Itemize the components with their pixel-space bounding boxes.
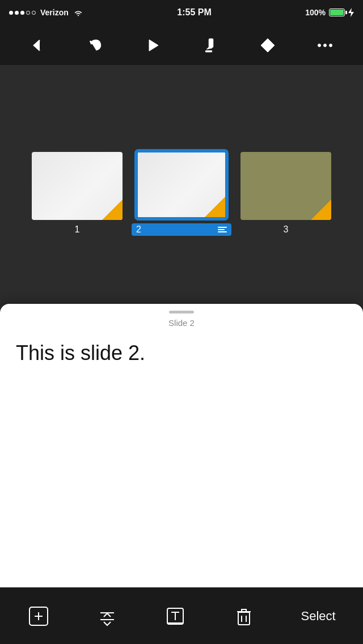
battery-percent: 100% — [305, 8, 326, 17]
svg-rect-4 — [205, 50, 212, 52]
sheet-title: Slide 2 — [0, 318, 363, 328]
svg-point-6 — [318, 44, 321, 46]
slide-number-3: 3 — [284, 224, 289, 235]
play-button[interactable] — [137, 32, 168, 58]
status-right: 100% — [305, 8, 354, 17]
sheet-content: This is slide 2. — [0, 328, 363, 379]
more-button[interactable] — [310, 32, 340, 58]
slide-image-3 — [240, 152, 331, 220]
delete-button[interactable] — [226, 600, 262, 632]
wifi-icon — [73, 9, 83, 16]
slide-thumb-1[interactable]: 1 — [32, 152, 123, 235]
sheet-handle[interactable] — [169, 311, 194, 313]
add-slide-button[interactable] — [20, 600, 57, 632]
svg-point-8 — [330, 44, 332, 46]
collapse-button[interactable] — [89, 600, 125, 632]
slide-notes-sheet: Slide 2 This is slide 2. — [0, 304, 363, 587]
select-button[interactable]: Select — [294, 604, 343, 628]
svg-marker-5 — [261, 39, 275, 52]
undo-button[interactable] — [80, 32, 111, 58]
charging-icon — [348, 8, 354, 17]
back-button[interactable] — [23, 32, 53, 58]
status-bar: Verizon 1:55 PM 100% — [0, 0, 363, 25]
bottom-toolbar: Select — [0, 587, 363, 644]
signal-icon — [9, 11, 36, 15]
battery-icon — [329, 9, 345, 16]
time-label: 1:55 PM — [177, 7, 211, 18]
slide-number-2: 2 — [132, 223, 231, 236]
status-left: Verizon — [9, 8, 83, 17]
svg-marker-1 — [149, 40, 158, 51]
svg-rect-18 — [238, 612, 250, 625]
svg-point-7 — [324, 44, 327, 46]
add-textbox-button[interactable] — [157, 600, 193, 632]
carrier-label: Verizon — [40, 8, 69, 17]
slide-thumb-3[interactable]: 3 — [240, 152, 331, 235]
main-toolbar — [0, 25, 363, 66]
slides-panel: 1 2 3 — [0, 66, 363, 321]
slide-image-1 — [32, 152, 123, 220]
shapes-button[interactable] — [252, 32, 283, 58]
slide-thumb-2[interactable]: 2 — [132, 151, 231, 236]
format-button[interactable] — [195, 32, 226, 58]
svg-marker-0 — [348, 8, 354, 17]
slide-image-2 — [136, 151, 227, 219]
notes-icon[interactable] — [218, 227, 227, 232]
slide-number-1: 1 — [75, 224, 80, 235]
